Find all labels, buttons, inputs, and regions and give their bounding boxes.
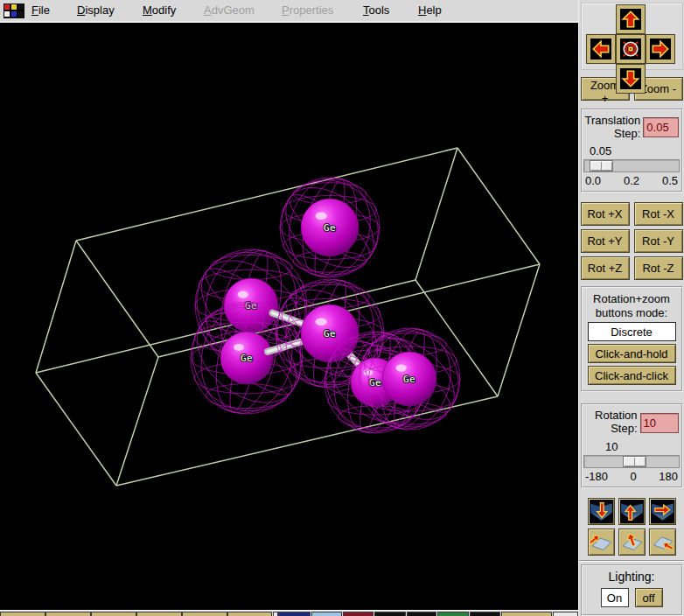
rotation-slider-trough[interactable] bbox=[583, 455, 680, 468]
toolbar-strip-segment bbox=[374, 612, 406, 616]
app-logo-icon bbox=[3, 4, 24, 18]
svg-text:Ge: Ge bbox=[369, 377, 381, 388]
rotation-zoom-mode-section: Rotation+zoom buttons mode: Discrete Cli… bbox=[581, 286, 683, 392]
menu-display[interactable]: Display bbox=[77, 4, 115, 17]
translate-left-button[interactable] bbox=[587, 35, 615, 63]
toolbar-strip-segment bbox=[45, 612, 91, 616]
molecule-scene: GeGeGeGeGeGe bbox=[0, 23, 578, 616]
toolbar-strip-segment bbox=[437, 612, 469, 616]
toolbar-strip-segment bbox=[407, 612, 436, 616]
rot-plus-z-button[interactable]: Rot +Z bbox=[581, 256, 630, 280]
rotation-step-entry[interactable]: 10 bbox=[640, 413, 679, 433]
translate-up-button[interactable] bbox=[617, 5, 645, 33]
lighting-label: Lighting: bbox=[583, 570, 681, 584]
control-panel: Zoom + Zoom - Translation Step: 0.05 0.0… bbox=[578, 0, 684, 616]
translation-slider-ticks: 0.0 0.2 0.5 bbox=[585, 174, 678, 187]
mode-section-label: Rotation+zoom buttons mode: bbox=[583, 292, 681, 319]
toolbar-strip-segment bbox=[91, 612, 136, 616]
translate-down-button[interactable] bbox=[617, 65, 645, 93]
translation-step-label: Translation Step: bbox=[585, 115, 641, 141]
lighting-on-button[interactable]: On bbox=[601, 588, 629, 607]
xcrysden-window: File Display Modify AdvGeom Properties T… bbox=[0, 0, 684, 616]
rot-minus-y-button[interactable]: Rot -Y bbox=[634, 229, 683, 253]
rot-minus-x-button[interactable]: Rot -X bbox=[634, 202, 683, 226]
translation-step-slider: 0.05 0.0 0.2 0.5 bbox=[585, 144, 679, 187]
toolbar-strip-segment bbox=[343, 612, 373, 616]
menu-properties: Properties bbox=[282, 4, 333, 17]
menu-bar: File Display Modify AdvGeom Properties T… bbox=[0, 0, 578, 24]
toolbar-strip-segment bbox=[470, 612, 500, 616]
translate-right-button[interactable] bbox=[646, 35, 674, 63]
menu-help[interactable]: Help bbox=[418, 4, 442, 17]
svg-text:Ge: Ge bbox=[403, 374, 415, 385]
rotate-plane-left-button[interactable] bbox=[588, 528, 615, 556]
toolbar-strip-segment bbox=[311, 612, 342, 616]
translation-slider-trough[interactable] bbox=[583, 159, 680, 172]
svg-text:Ge: Ge bbox=[241, 353, 253, 364]
mode-click-and-click-button[interactable]: Click-and-click bbox=[588, 366, 676, 385]
translation-step-section: Translation Step: 0.05 0.05 0.0 0.2 0.5 bbox=[581, 108, 683, 193]
screen-rotation-buttons bbox=[588, 498, 676, 556]
rot-plus-y-button[interactable]: Rot +Y bbox=[581, 229, 630, 253]
toolbar-strip-segment bbox=[553, 612, 578, 616]
rotation-buttons: Rot +X Rot -X Rot +Y Rot -Y Rot +Z Rot -… bbox=[581, 202, 683, 280]
rotate-plane-right-button[interactable] bbox=[649, 528, 676, 556]
rot-minus-z-button[interactable]: Rot -Z bbox=[634, 256, 683, 280]
toolbar-strip-segment bbox=[0, 612, 45, 616]
toolbar-strip-segment bbox=[136, 612, 182, 616]
menu-tools[interactable]: Tools bbox=[363, 4, 389, 17]
mode-discrete-button[interactable]: Discrete bbox=[588, 322, 676, 341]
mode-click-and-hold-button[interactable]: Click-and-hold bbox=[588, 344, 676, 363]
rotation-step-section: Rotation Step: 10 10 -180 0 180 bbox=[581, 403, 683, 488]
svg-text:Ge: Ge bbox=[324, 328, 336, 340]
translation-step-entry[interactable]: 0.05 bbox=[643, 117, 678, 137]
menu-file[interactable]: File bbox=[31, 4, 50, 17]
rotation-step-slider: 10 -180 0 180 bbox=[585, 440, 679, 483]
bottom-toolbar-strip bbox=[0, 610, 578, 616]
toolbar-strip-segment bbox=[278, 612, 311, 616]
toolbar-strip-segment bbox=[227, 612, 272, 616]
translation-pad bbox=[581, 3, 683, 70]
translation-slider-handle[interactable] bbox=[590, 160, 613, 172]
rotate-screen-down-button[interactable] bbox=[588, 498, 615, 525]
rotate-plane-down-button[interactable] bbox=[618, 528, 646, 556]
center-view-button[interactable] bbox=[617, 35, 645, 63]
rotation-slider-value: 10 bbox=[578, 440, 684, 453]
menu-modify[interactable]: Modify bbox=[143, 4, 176, 17]
rotation-step-label: Rotation Step: bbox=[595, 410, 637, 436]
rotation-slider-handle[interactable] bbox=[623, 456, 646, 467]
svg-text:Ge: Ge bbox=[324, 222, 336, 234]
menu-advgeom: AdvGeom bbox=[204, 4, 255, 17]
toolbar-strip-segment bbox=[182, 612, 227, 616]
rotation-slider-ticks: -180 0 180 bbox=[585, 470, 678, 483]
rot-plus-x-button[interactable]: Rot +X bbox=[581, 202, 630, 226]
lighting-off-button[interactable]: off bbox=[635, 588, 663, 607]
toolbar-strip-segment bbox=[501, 612, 552, 616]
render-canvas[interactable]: GeGeGeGeGeGe bbox=[0, 23, 578, 616]
rotate-screen-left-button[interactable] bbox=[649, 498, 676, 525]
translation-slider-value: 0.05 bbox=[581, 144, 682, 158]
panel-separator bbox=[579, 560, 684, 562]
rotate-screen-up-button[interactable] bbox=[618, 498, 646, 525]
lighting-section: Lighting: On off bbox=[581, 564, 683, 616]
